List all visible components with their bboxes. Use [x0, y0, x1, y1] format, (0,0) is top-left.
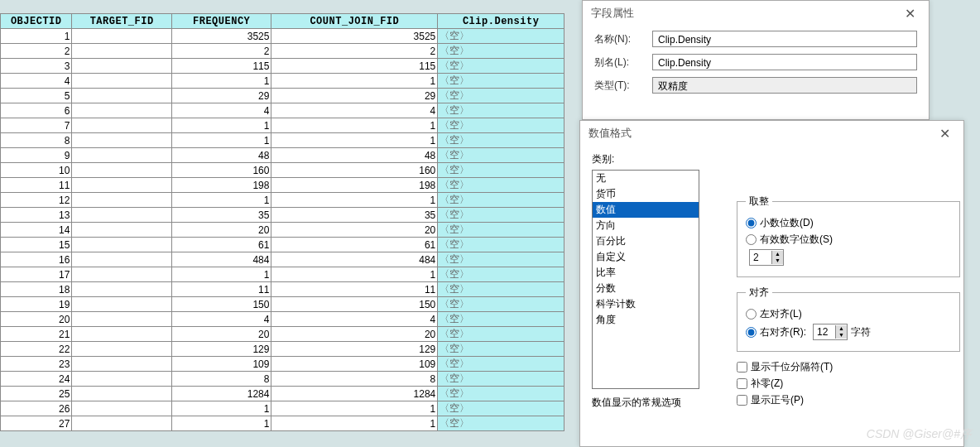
- cell-clip-density[interactable]: 〈空〉: [438, 163, 564, 178]
- cell-frequency[interactable]: 129: [171, 342, 271, 357]
- cell-frequency[interactable]: 61: [171, 238, 271, 252]
- cell-frequency[interactable]: 4: [171, 103, 271, 118]
- cell-frequency[interactable]: 160: [171, 163, 271, 178]
- cell-clip-density[interactable]: 〈空〉: [438, 118, 564, 133]
- cell-clip-density[interactable]: 〈空〉: [438, 401, 564, 416]
- spinner-up-icon[interactable]: ▲: [771, 251, 783, 257]
- cell-objectid[interactable]: 20: [1, 312, 72, 327]
- cell-objectid[interactable]: 25: [1, 387, 72, 401]
- cell-count-join-fid[interactable]: 198: [271, 178, 438, 193]
- cell-frequency[interactable]: 484: [171, 252, 271, 267]
- category-item[interactable]: 百分比: [593, 233, 699, 249]
- cell-clip-density[interactable]: 〈空〉: [438, 327, 564, 342]
- table-row[interactable]: 94848〈空〉: [1, 148, 564, 163]
- cell-clip-density[interactable]: 〈空〉: [438, 416, 564, 431]
- cell-clip-density[interactable]: 〈空〉: [438, 252, 564, 267]
- cell-frequency[interactable]: 1: [171, 416, 271, 431]
- cell-objectid[interactable]: 15: [1, 238, 72, 252]
- close-icon[interactable]: ✕: [934, 126, 955, 142]
- cell-count-join-fid[interactable]: 150: [271, 297, 438, 312]
- cell-objectid[interactable]: 9: [1, 148, 72, 163]
- spinner-up-icon[interactable]: ▲: [835, 325, 847, 332]
- cell-target-fid[interactable]: [72, 223, 172, 238]
- cell-target-fid[interactable]: [72, 267, 172, 282]
- spinner-down-icon[interactable]: ▼: [835, 332, 847, 339]
- cell-target-fid[interactable]: [72, 178, 172, 193]
- table-row[interactable]: 2611〈空〉: [1, 401, 564, 416]
- cell-count-join-fid[interactable]: 1: [271, 118, 438, 133]
- cell-target-fid[interactable]: [72, 74, 172, 89]
- table-row[interactable]: 135253525〈空〉: [1, 29, 564, 44]
- table-row[interactable]: 10160160〈空〉: [1, 163, 564, 178]
- cell-frequency[interactable]: 11: [171, 282, 271, 297]
- cell-count-join-fid[interactable]: 4: [271, 312, 438, 327]
- cell-count-join-fid[interactable]: 1: [271, 267, 438, 282]
- table-row[interactable]: 16484484〈空〉: [1, 252, 564, 267]
- cell-objectid[interactable]: 18: [1, 282, 72, 297]
- cell-objectid[interactable]: 14: [1, 223, 72, 238]
- cell-objectid[interactable]: 17: [1, 267, 72, 282]
- cell-count-join-fid[interactable]: 8: [271, 372, 438, 387]
- cell-frequency[interactable]: 198: [171, 178, 271, 193]
- cell-clip-density[interactable]: 〈空〉: [438, 357, 564, 372]
- cell-frequency[interactable]: 1: [171, 267, 271, 282]
- cell-frequency[interactable]: 29: [171, 89, 271, 103]
- cell-objectid[interactable]: 3: [1, 59, 72, 74]
- cell-clip-density[interactable]: 〈空〉: [438, 223, 564, 238]
- cell-count-join-fid[interactable]: 109: [271, 357, 438, 372]
- cell-count-join-fid[interactable]: 1: [271, 193, 438, 208]
- cell-clip-density[interactable]: 〈空〉: [438, 148, 564, 163]
- cell-count-join-fid[interactable]: 1284: [271, 387, 438, 401]
- cell-clip-density[interactable]: 〈空〉: [438, 193, 564, 208]
- cell-frequency[interactable]: 20: [171, 327, 271, 342]
- cell-target-fid[interactable]: [72, 193, 172, 208]
- cell-count-join-fid[interactable]: 48: [271, 148, 438, 163]
- cell-objectid[interactable]: 21: [1, 327, 72, 342]
- cell-frequency[interactable]: 115: [171, 59, 271, 74]
- cell-count-join-fid[interactable]: 2: [271, 44, 438, 59]
- cell-target-fid[interactable]: [72, 103, 172, 118]
- col-clip-density[interactable]: Clip.Density: [438, 14, 564, 29]
- cell-clip-density[interactable]: 〈空〉: [438, 282, 564, 297]
- category-item[interactable]: 自定义: [593, 249, 699, 265]
- cell-objectid[interactable]: 4: [1, 74, 72, 89]
- cell-count-join-fid[interactable]: 29: [271, 89, 438, 103]
- cell-objectid[interactable]: 10: [1, 163, 72, 178]
- table-row[interactable]: 2488〈空〉: [1, 372, 564, 387]
- cell-frequency[interactable]: 3525: [171, 29, 271, 44]
- cell-clip-density[interactable]: 〈空〉: [438, 59, 564, 74]
- table-row[interactable]: 212020〈空〉: [1, 327, 564, 342]
- cell-clip-density[interactable]: 〈空〉: [438, 297, 564, 312]
- cell-frequency[interactable]: 1: [171, 401, 271, 416]
- cell-objectid[interactable]: 12: [1, 193, 72, 208]
- cell-objectid[interactable]: 23: [1, 357, 72, 372]
- cell-clip-density[interactable]: 〈空〉: [438, 267, 564, 282]
- cell-count-join-fid[interactable]: 1: [271, 401, 438, 416]
- cell-clip-density[interactable]: 〈空〉: [438, 178, 564, 193]
- cell-count-join-fid[interactable]: 35: [271, 208, 438, 223]
- radio-decimal-places[interactable]: [746, 218, 757, 228]
- category-item[interactable]: 数值: [593, 202, 699, 218]
- cell-target-fid[interactable]: [72, 401, 172, 416]
- cell-frequency[interactable]: 48: [171, 148, 271, 163]
- cell-frequency[interactable]: 35: [171, 208, 271, 223]
- cell-target-fid[interactable]: [72, 118, 172, 133]
- cell-target-fid[interactable]: [72, 282, 172, 297]
- cell-count-join-fid[interactable]: 3525: [271, 29, 438, 44]
- cell-target-fid[interactable]: [72, 163, 172, 178]
- table-row[interactable]: 23109109〈空〉: [1, 357, 564, 372]
- radio-significant-digits[interactable]: [746, 234, 757, 245]
- table-row[interactable]: 2512841284〈空〉: [1, 387, 564, 401]
- table-row[interactable]: 222〈空〉: [1, 44, 564, 59]
- cell-objectid[interactable]: 6: [1, 103, 72, 118]
- cell-count-join-fid[interactable]: 129: [271, 342, 438, 357]
- cell-target-fid[interactable]: [72, 208, 172, 223]
- table-row[interactable]: 2044〈空〉: [1, 312, 564, 327]
- alias-input[interactable]: Clip.Density: [652, 54, 917, 70]
- table-row[interactable]: 52929〈空〉: [1, 89, 564, 103]
- cell-clip-density[interactable]: 〈空〉: [438, 89, 564, 103]
- table-row[interactable]: 3115115〈空〉: [1, 59, 564, 74]
- cell-clip-density[interactable]: 〈空〉: [438, 44, 564, 59]
- cell-count-join-fid[interactable]: 1: [271, 133, 438, 148]
- table-row[interactable]: 133535〈空〉: [1, 208, 564, 223]
